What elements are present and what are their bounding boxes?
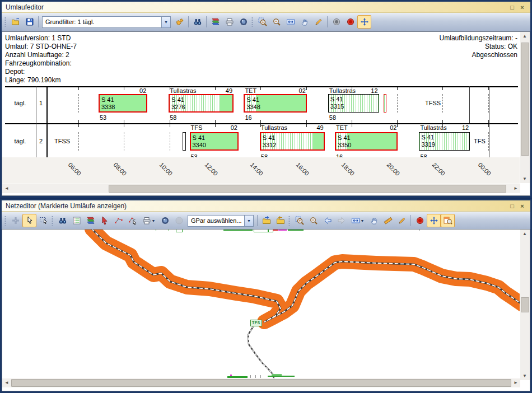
toolbar-grip[interactable] xyxy=(4,216,6,226)
dropdown-arrow-icon[interactable]: ▼ xyxy=(152,219,156,223)
umlaufeditor-titlebar[interactable]: Umlaufeditor □ × xyxy=(2,2,530,13)
clipped-map-label xyxy=(250,375,251,378)
scroll-down-icon[interactable]: ▼ xyxy=(520,175,529,183)
back-icon xyxy=(323,216,332,225)
grid-dash-line xyxy=(78,94,79,113)
gantt-block[interactable]: S 413340 xyxy=(190,132,239,151)
toolbar-grip[interactable] xyxy=(288,216,290,226)
zoom-out-button[interactable] xyxy=(306,214,320,227)
move-view-button[interactable] xyxy=(427,214,441,227)
close-button[interactable]: × xyxy=(518,203,526,209)
list-button[interactable] xyxy=(69,214,83,227)
umlauf-gantt-chart: tägl.1TFSSS 4133380253S 413276Tullastras… xyxy=(2,85,520,157)
toolbar-grip[interactable] xyxy=(251,17,253,27)
dropdown-arrow-icon[interactable]: ▼ xyxy=(161,17,170,27)
close-button[interactable]: × xyxy=(518,4,526,11)
pan-button[interactable] xyxy=(297,15,311,29)
marquee-select-button[interactable] xyxy=(36,214,50,227)
overview-zoom-button[interactable] xyxy=(441,214,455,227)
netzeditor-title: Netzeditor (Markierte Umläufe anzeigen) xyxy=(6,202,127,210)
open-file-button[interactable] xyxy=(8,15,22,29)
station-label-tfs[interactable]: TFS xyxy=(250,320,262,326)
find-button[interactable] xyxy=(55,214,69,227)
red-record-button[interactable] xyxy=(343,15,357,29)
dropdown-arrow-icon[interactable]: ▼ xyxy=(361,219,365,223)
scroll-down-icon[interactable]: ▼ xyxy=(520,372,529,380)
grid-dash-line xyxy=(78,132,79,151)
snapshot-button[interactable] xyxy=(158,214,172,227)
scroll-right-icon[interactable]: ► xyxy=(511,184,520,193)
marked-umlauf-route[interactable] xyxy=(92,230,520,322)
back-button[interactable] xyxy=(320,214,334,227)
scroll-up-icon[interactable]: ▲ xyxy=(520,230,529,238)
snapshot-button[interactable] xyxy=(236,15,250,29)
maximize-button[interactable]: □ xyxy=(508,203,516,209)
select-link-button[interactable] xyxy=(97,214,111,227)
clipped-map-label xyxy=(272,374,282,376)
zoom-out-button[interactable] xyxy=(269,15,283,29)
grundfilter-dropdown[interactable]: Grundfilter: 1 tägl. ▼ xyxy=(42,16,171,28)
layers-button[interactable] xyxy=(208,15,222,29)
gantt-block[interactable] xyxy=(384,94,386,113)
row-day-number[interactable]: 2 xyxy=(36,138,46,144)
measure-button[interactable] xyxy=(381,214,395,227)
fit-width-button[interactable] xyxy=(283,15,297,29)
select-cursor-button[interactable] xyxy=(22,214,36,227)
gray-record-button[interactable] xyxy=(329,15,343,29)
move-view-button[interactable] xyxy=(357,15,371,29)
scrollbar-thumb[interactable] xyxy=(521,297,529,312)
gantt-block[interactable]: S 413315 xyxy=(328,94,379,113)
block-start-minute: 58 xyxy=(261,153,268,157)
gantt-block[interactable]: S 413350 xyxy=(335,132,398,151)
row-day-number[interactable]: 1 xyxy=(36,100,46,106)
scrollbar-thumb[interactable] xyxy=(109,185,506,193)
edit-button[interactable] xyxy=(311,15,325,29)
row-frequency: tägl. xyxy=(6,138,35,144)
network-map[interactable]: TFS xyxy=(2,230,520,380)
toolbar-grip[interactable] xyxy=(52,216,53,226)
scroll-up-icon[interactable]: ▲ xyxy=(520,32,529,40)
gantt-block[interactable]: S 413348 xyxy=(244,94,306,113)
red-record-button[interactable] xyxy=(413,214,427,227)
scrollbar-thumb[interactable] xyxy=(11,379,511,387)
zoom-in-button[interactable] xyxy=(255,15,269,29)
export-gpar-button[interactable] xyxy=(273,214,287,227)
fit-width-button[interactable]: ▼ xyxy=(348,214,367,227)
netzeditor-titlebar[interactable]: Netzeditor (Markierte Umläufe anzeigen) … xyxy=(2,200,530,212)
scroll-left-icon[interactable]: ◄ xyxy=(2,378,11,387)
info-line: Anzahl Umlauftage: 2 xyxy=(5,51,77,59)
polyline-edit-button[interactable] xyxy=(125,214,139,227)
dropdown-arrow-icon[interactable]: ▼ xyxy=(244,216,253,226)
map-canvas[interactable] xyxy=(2,230,520,380)
filter-settings-button[interactable] xyxy=(172,15,186,29)
node-edit-button[interactable] xyxy=(111,214,125,227)
scroll-left-icon[interactable]: ◄ xyxy=(2,184,11,193)
export-folder-icon xyxy=(276,216,285,225)
gantt-block[interactable]: S 413338 xyxy=(99,94,147,113)
gantt-block[interactable]: S 413319 xyxy=(419,132,470,151)
gantt-grid-line xyxy=(46,86,48,157)
scroll-right-icon[interactable]: ► xyxy=(511,378,520,387)
gantt-block[interactable]: S 413276 xyxy=(169,94,234,113)
crosshair-button[interactable] xyxy=(8,214,22,227)
pan-button[interactable] xyxy=(367,214,381,227)
edit-button[interactable] xyxy=(395,214,409,227)
print-button[interactable]: ▼ xyxy=(139,214,158,227)
find-button[interactable] xyxy=(190,15,204,29)
save-button[interactable] xyxy=(22,15,36,29)
layers-button[interactable] xyxy=(83,214,97,227)
umlaufeditor-content: Umlaufversion: 1 STD Umlauf: 7 STD-OHNE-… xyxy=(2,31,530,196)
print-button[interactable] xyxy=(222,15,236,29)
block-trip-number: 3348 xyxy=(246,104,305,111)
gantt-block[interactable]: S 413312 xyxy=(260,132,325,151)
maximize-button[interactable]: □ xyxy=(508,4,516,11)
zoom-in-button[interactable] xyxy=(292,214,306,227)
clipped-map-label xyxy=(268,376,295,377)
gantt-block[interactable] xyxy=(183,132,186,151)
zoom-out-icon xyxy=(272,17,281,26)
tick-mark xyxy=(306,87,307,90)
scrollbar-thumb[interactable] xyxy=(521,43,529,156)
gpar-dropdown[interactable]: GPar auswählen... ▼ xyxy=(188,215,254,227)
toolbar-grip[interactable] xyxy=(4,17,6,27)
paste-gpar-button[interactable] xyxy=(259,214,273,227)
